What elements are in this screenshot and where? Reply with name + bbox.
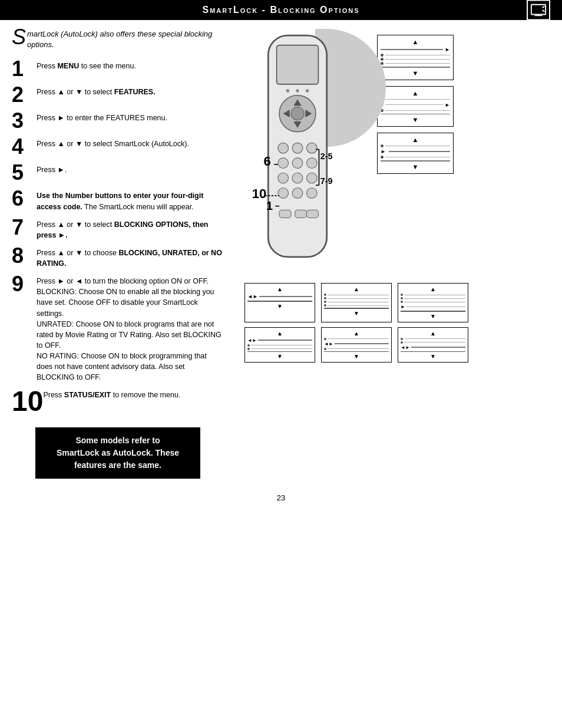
svg-point-9 [306,89,309,93]
step-number-2: 2 [12,84,37,106]
svg-point-8 [296,89,299,93]
intro-text: S martLock (AutoLock) also offers these … [12,29,224,50]
step-7: 7 Press ▲ or ▼ to select BLOCKING OPTION… [12,217,224,241]
svg-rect-29 [295,210,307,218]
bottom-screens-area: ▲ ◄► ▼ ▲ [244,283,468,363]
screens-stack: ▲ ► [377,35,454,174]
svg-rect-26 [292,188,303,199]
svg-rect-28 [279,210,291,218]
step-text-5: Press ►. [37,162,67,175]
step-number-4: 4 [12,136,37,157]
step-9: 9 Press ► or ◄ to turn the blocking opti… [12,274,224,383]
svg-rect-25 [278,188,289,199]
step-text-7: Press ▲ or ▼ to select BLOCKING OPTIONS,… [37,217,224,241]
remote-and-screens: 6 10 1 2-5 7-9 [233,29,454,278]
label-6: 6 [264,154,271,169]
label-25: 2-5 [320,151,333,161]
step-5: 5 Press ►. [12,162,224,183]
step-text-6: Use the Number buttons to enter your fou… [37,188,224,212]
screen-c1: ▲ ◄► ▼ [244,327,315,363]
step-number-10: 10 [12,387,43,416]
screen-b1: ▲ ◄► ▼ [244,283,315,322]
step-number-7: 7 [12,217,37,238]
step-text-2: Press ▲ or ▼ to select FEATURES. [37,84,156,97]
svg-rect-27 [306,188,317,199]
remote-illustration: 6 10 1 2-5 7-9 [233,29,368,278]
screen-b2: ▲ [321,283,392,322]
step-text-8: Press ▲ or ▼ to choose BLOCKING, UNRATED… [37,245,224,269]
svg-rect-0 [531,4,546,14]
svg-rect-22 [278,173,289,183]
main-content: S martLock (AutoLock) also offers these … [0,20,562,487]
svg-rect-19 [278,158,289,169]
screen-b3: ▲ ► [398,283,468,322]
step-3: 3 Press ► to enter the FEATURES menu. [12,110,224,131]
left-column: S martLock (AutoLock) also offers these … [12,29,224,479]
step-6: 6 Use the Number buttons to enter your f… [12,188,224,212]
step-number-1: 1 [12,58,37,80]
svg-rect-24 [306,173,317,183]
svg-point-7 [286,89,290,93]
step-text-1: Press MENU to see the menu. [37,58,136,71]
page-number: 23 [0,493,562,502]
step-text-10: Press STATUS/EXIT to remove the menu. [43,387,180,400]
step-number-9: 9 [12,274,37,295]
step-text-9: Press ► or ◄ to turn the blocking option… [37,274,224,383]
svg-rect-20 [292,158,303,169]
header-title: SmartLock - Blocking Options [203,5,360,15]
step-1: 1 Press MENU to see the menu. [12,58,224,80]
screen-3: ▲ ► ▼ [377,133,454,174]
header-icon [527,0,550,21]
step-text-3: Press ► to enter the FEATURES menu. [37,110,167,123]
screen-c3: ▲ ◄► ▼ [398,327,468,363]
label-1: 1 [266,199,273,212]
svg-rect-17 [292,143,303,153]
step-number-3: 3 [12,110,37,131]
drop-cap: S [12,29,26,46]
remote-svg: 6 10 1 2-5 7-9 [233,29,362,276]
svg-rect-16 [278,143,289,153]
step-8: 8 Press ▲ or ▼ to choose BLOCKING, UNRAT… [12,245,224,269]
step-number-5: 5 [12,162,37,183]
svg-rect-21 [306,158,317,169]
label-79: 7-9 [320,176,333,186]
step-text-4: Press ▲ or ▼ to select SmartLock (AutoLo… [37,136,189,149]
svg-line-3 [543,6,545,8]
bottom-note: Some models refer toSmartLock as AutoLoc… [35,427,200,479]
step-4: 4 Press ▲ or ▼ to select SmartLock (Auto… [12,136,224,157]
screen-1: ▲ ► [377,35,454,80]
bottom-screen-row-2: ▲ ◄► ▼ [244,327,468,363]
step-number-6: 6 [12,188,37,209]
step-number-8: 8 [12,245,37,266]
svg-rect-6 [277,45,319,84]
step-2: 2 Press ▲ or ▼ to select FEATURES. [12,84,224,106]
step-10: 10 Press STATUS/EXIT to remove the menu. [12,387,224,416]
bottom-note-text: Some models refer toSmartLock as AutoLoc… [57,436,179,470]
label-10: 10 [252,186,267,201]
intro-body: martLock (AutoLock) also offers these sp… [27,29,212,49]
page-header: SmartLock - Blocking Options [0,0,562,20]
svg-rect-30 [306,210,318,218]
svg-rect-18 [306,143,317,153]
svg-point-15 [291,107,304,120]
screen-c2: ▲ ◄► ▼ [321,327,392,363]
svg-line-4 [543,10,545,12]
right-column: 6 10 1 2-5 7-9 [230,29,550,479]
screen-2: ▲ ► ▼ [377,86,454,127]
bottom-screen-row-1: ▲ ◄► ▼ ▲ [244,283,468,322]
svg-rect-23 [292,173,303,183]
